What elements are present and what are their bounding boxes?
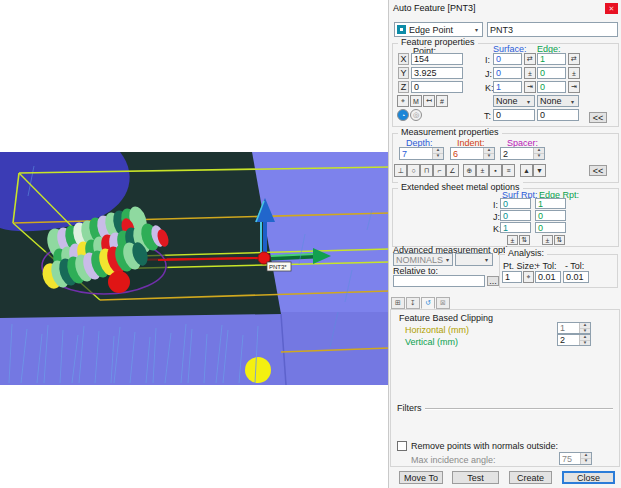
flip-surface-i-button[interactable]: ⇄ [524, 53, 536, 65]
close-icon[interactable]: ✕ [605, 3, 618, 14]
surf-swap-pm-button[interactable]: ± [507, 235, 518, 245]
probe-option-3-button[interactable]: ▪ [489, 164, 502, 177]
remove-normals-checkbox[interactable] [397, 441, 407, 451]
spinner-down-button[interactable]: ▼ [580, 329, 590, 334]
target-toggle-button[interactable]: ◎ [410, 109, 422, 121]
surface-snap-dropdown[interactable]: None ▾ [493, 95, 535, 107]
edge-snap-value: None [540, 96, 562, 106]
tab-clipping[interactable]: ↺ [421, 297, 435, 309]
probe-option-1-button[interactable]: ⊕ [463, 164, 476, 177]
close-button[interactable]: Close [562, 471, 615, 484]
edge-k-field[interactable]: 0 [537, 81, 566, 93]
z-coordinate-field[interactable]: 0 [411, 81, 463, 93]
feature-type-dropdown[interactable]: Edge Point ▾ [394, 22, 483, 37]
nominals-dropdown[interactable]: NOMINALS ▾ [393, 253, 453, 266]
edge-swap-ud-button[interactable]: ⇅ [554, 235, 565, 245]
spinner-down-button[interactable]: ▼ [534, 154, 544, 159]
edge-j-field[interactable]: 0 [537, 67, 566, 79]
probe-option-4-button[interactable]: ≡ [502, 164, 515, 177]
filter-option-2-button[interactable]: ▼ [533, 164, 546, 177]
vertical-spinner[interactable]: 2 ▲▼ [557, 334, 591, 346]
sm-edge-j-field[interactable]: 0 [535, 210, 566, 221]
surf-swap-ud-button[interactable]: ⇅ [519, 235, 530, 245]
pt-size-field[interactable]: 1 [502, 271, 522, 283]
approach-mode-5-button[interactable]: ∠ [446, 164, 459, 177]
collapse-measurement-button[interactable]: << [589, 165, 607, 176]
max-incidence-spinner[interactable]: 75 ▲▼ [559, 452, 592, 465]
flip-edge-j-button[interactable]: ± [568, 67, 580, 79]
scan-red-disk [108, 271, 130, 293]
horizontal-spinner[interactable]: 1 ▲▼ [557, 322, 591, 334]
y-coordinate-field[interactable]: 3.925 [411, 67, 463, 79]
minus-tol-field[interactable]: 0.01 [563, 271, 589, 283]
surface-k-field[interactable]: 1 [493, 81, 522, 93]
surface-snap-value: None [496, 96, 518, 106]
indent-spinner[interactable]: 6 ▲▼ [450, 147, 495, 160]
sm-edge-i-field[interactable]: 1 [535, 198, 566, 209]
filters-divider [425, 408, 613, 409]
spinner-down-button[interactable]: ▼ [580, 341, 590, 346]
y-axis-chip: Y [398, 67, 409, 79]
sm-surf-j-field[interactable]: 0 [500, 210, 531, 221]
test-button[interactable]: Test [452, 471, 499, 484]
approach-mode-3-button[interactable]: ⊓ [420, 164, 433, 177]
spinner-down-button[interactable]: ▼ [581, 459, 591, 464]
edge-i-field[interactable]: 1 [537, 53, 566, 65]
flip-edge-i-button[interactable]: ⇄ [568, 53, 580, 65]
chevron-down-icon: ▾ [471, 26, 482, 33]
chevron-down-icon: ▾ [523, 98, 534, 105]
flip-edge-k-button[interactable]: ⇥ [568, 81, 580, 93]
feature-properties-label: Feature properties [398, 37, 478, 47]
remove-normals-label: Remove points with normals outside: [411, 441, 558, 451]
t-surface-field[interactable]: 0 [493, 109, 535, 121]
probe-size-icon[interactable]: ⌖ [523, 271, 534, 283]
viewport-3d[interactable]: PNT3* [0, 152, 389, 385]
find-nominal-button[interactable]: M [410, 95, 422, 107]
feature-name-input[interactable]: PNT3 [487, 22, 618, 37]
plus-tol-label: + Tol: [535, 261, 557, 271]
grid-snap-button[interactable]: # [436, 95, 448, 107]
collapse-feature-props-button[interactable]: << [589, 112, 607, 123]
yellow-dot [245, 357, 271, 383]
spacer-spinner[interactable]: 2 ▲▼ [500, 147, 545, 160]
surface-j-field[interactable]: 0 [493, 67, 522, 79]
spinner-down-button[interactable]: ▼ [484, 154, 494, 159]
vertical-label: Vertical (mm) [405, 337, 458, 347]
edge-swap-pm-button[interactable]: ± [542, 235, 553, 245]
approach-mode-1-button[interactable]: ⊥ [394, 164, 407, 177]
nominals-mode-dropdown[interactable]: ▾ [455, 253, 493, 266]
relative-to-field[interactable] [393, 275, 485, 287]
t-edge-field[interactable]: 0 [537, 109, 579, 121]
move-to-button[interactable]: Move To [399, 471, 443, 484]
approach-mode-4-button[interactable]: ⌐ [433, 164, 446, 177]
horizontal-value: 1 [558, 323, 579, 333]
sm-edge-k-field[interactable]: 0 [535, 222, 566, 233]
tab-scan-options[interactable]: ↧ [406, 297, 420, 309]
depth-spinner[interactable]: 7 ▲▼ [399, 147, 444, 160]
browse-button[interactable]: ... [487, 276, 499, 286]
spinner-down-button[interactable]: ▼ [433, 154, 443, 159]
offset-button[interactable]: ↤ [423, 95, 435, 107]
pick-point-button[interactable]: ⌖ [397, 95, 409, 107]
sm-surf-k-field[interactable]: 1 [500, 222, 531, 233]
depth-value: 7 [400, 148, 432, 159]
flip-surface-j-button[interactable]: ± [524, 67, 536, 79]
point-label: PNT3* [269, 264, 287, 270]
probe-option-2-button[interactable]: ± [476, 164, 489, 177]
tab-extra[interactable]: ⊠ [436, 297, 450, 309]
approach-mode-2-button[interactable]: ○ [407, 164, 420, 177]
sm-surf-i-field[interactable]: 0 [500, 198, 531, 209]
measure-now-button[interactable]: ◔ [397, 109, 409, 121]
tab-path-options[interactable]: ⊞ [391, 297, 405, 309]
edge-snap-dropdown[interactable]: None ▾ [537, 95, 579, 107]
dialog-title: Auto Feature [PNT3] [393, 3, 476, 13]
clipping-title: Feature Based Clipping [399, 313, 493, 323]
minus-tol-label: - Tol: [565, 261, 584, 271]
filter-option-1-button[interactable]: ▲ [520, 164, 533, 177]
create-button[interactable]: Create [509, 471, 552, 484]
plus-tol-field[interactable]: 0.01 [535, 271, 561, 283]
flip-surface-k-button[interactable]: ⇥ [524, 81, 536, 93]
surface-i-field[interactable]: 0 [493, 53, 522, 65]
x-coordinate-field[interactable]: 154 [411, 53, 463, 65]
chevron-down-icon: ▾ [481, 256, 492, 263]
